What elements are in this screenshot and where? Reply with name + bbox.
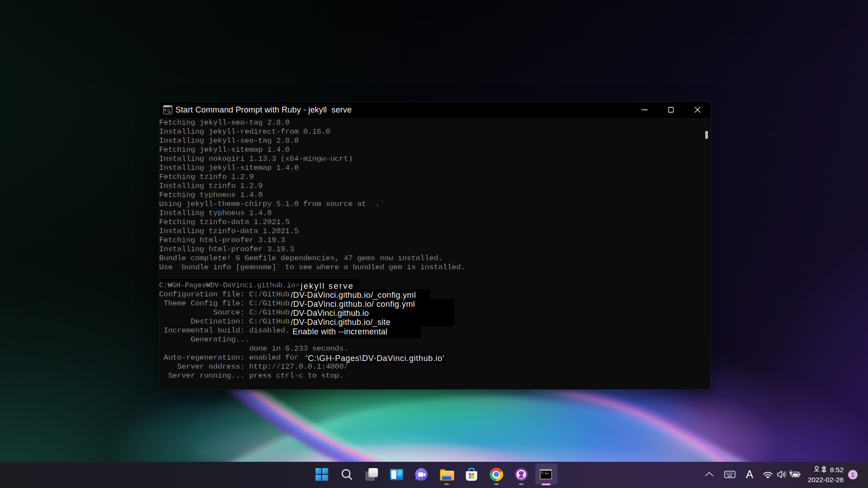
- svg-text:C:\: C:\: [165, 108, 170, 112]
- svg-text:C:\: C:\: [541, 471, 547, 474]
